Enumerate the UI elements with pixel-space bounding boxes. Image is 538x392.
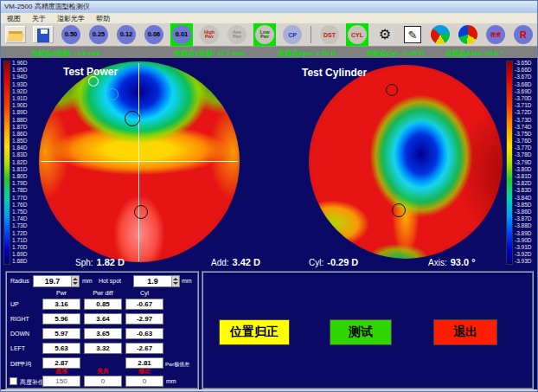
scale-label: -3.93D — [515, 259, 538, 265]
scale-label: 1.85D — [12, 138, 35, 145]
high-pwr-button[interactable]: HighPwr — [198, 23, 221, 46]
cylinder-heatmap[interactable] — [309, 65, 503, 259]
step-circle-icon: 0.25 — [89, 25, 108, 44]
comp-header-0: 基准 — [55, 367, 67, 376]
scale-label: -3.91D — [515, 245, 538, 251]
pwr-mode-circle-icon: HighPwr — [200, 25, 219, 44]
scale-label: -3.78D — [515, 152, 538, 158]
crosshair-horizontal — [41, 161, 238, 162]
test-button[interactable]: 测试 — [330, 319, 392, 345]
scale-label: -3.73D — [515, 118, 538, 124]
comp-unit: mm — [166, 378, 176, 384]
radius-input[interactable]: 19.7 — [33, 275, 80, 287]
scale-label: 1.68D — [12, 259, 35, 265]
scale-label: -3.77D — [515, 145, 538, 151]
table-cell: 5.63 — [42, 343, 80, 354]
comp-header-2: 修正 — [138, 367, 151, 376]
mode-circle-icon: CYL — [348, 25, 367, 44]
title-bar[interactable]: VM-2500 高精度面型检测仪 — [1, 1, 537, 13]
scale-label: 1.91D — [12, 96, 35, 102]
exit-button[interactable]: 退出 — [433, 319, 497, 345]
scale-label: -3.84D — [515, 196, 538, 202]
settings-button[interactable]: ⚙ — [374, 23, 396, 46]
step-0.25-button[interactable]: 0.25 — [87, 23, 110, 46]
table-cell: 3.65 — [84, 328, 122, 339]
measure-panel: Radius 19.7 mm Hot spot 1.9 mm PwrPwr di… — [5, 271, 199, 389]
table-cell: -2.97 — [125, 313, 163, 325]
align-button[interactable]: 位置归正 — [219, 319, 290, 345]
scale-label: -3.72D — [515, 110, 538, 116]
cyl-button[interactable]: CYL — [346, 23, 368, 46]
scale-label: 1.80D — [12, 174, 35, 180]
power-heatmap[interactable] — [39, 61, 240, 262]
table-cell: -2.67 — [125, 343, 163, 354]
scale-label: 1.74D — [12, 216, 35, 222]
comp-input-2[interactable]: 0 — [125, 376, 163, 387]
cylinder-map-button[interactable] — [457, 23, 479, 46]
open-button[interactable] — [4, 23, 27, 46]
step-0.01-button[interactable]: 0.01 — [170, 23, 193, 46]
power-marker-circle-blue — [106, 88, 118, 100]
menu-item-1[interactable]: 视图 — [7, 14, 21, 23]
sph-value: 1.82 D — [97, 257, 125, 267]
scale-label: -3.69D — [515, 89, 538, 95]
low-pwr-button[interactable]: LowPwr — [253, 23, 276, 46]
sph-readout: Sph:1.82 D — [75, 254, 125, 269]
scale-label: 1.93D — [12, 82, 35, 88]
table-cell: -0.63 — [125, 328, 163, 339]
dst-button[interactable]: DST — [318, 23, 341, 46]
scale-label: 1.86D — [12, 132, 35, 138]
cp-button[interactable]: CP — [281, 23, 304, 46]
edit-button[interactable]: ✎ — [401, 23, 424, 46]
hotspot-input[interactable]: 1.9 — [133, 275, 180, 287]
cyl-value: -0.29 D — [327, 257, 358, 267]
scale-label: 1.76D — [12, 202, 35, 209]
current-cyl: 当前点Cyl: -0.49 D — [366, 48, 425, 58]
scale-label: 1.82D — [12, 160, 35, 166]
row-label-0: UP — [10, 301, 19, 307]
menu-item-3[interactable]: 溢影光学 — [57, 14, 85, 23]
comp-input-0[interactable]: 150 — [42, 376, 80, 387]
axis-readout: Axis:93.0 ° — [428, 254, 476, 269]
scale-label: 1.78D — [12, 188, 35, 194]
comp-input-1[interactable]: 0 — [84, 376, 122, 387]
hotspot-spinner-arrows[interactable] — [171, 276, 179, 286]
scale-label: 1.90D — [12, 103, 35, 109]
save-button[interactable] — [32, 23, 54, 46]
axis-value: 93.0 ° — [451, 257, 476, 267]
cylinder-marker-circle-far — [392, 203, 406, 217]
power-color-scale-labels: 1.96D1.95D1.94D1.93D1.92D1.91D1.90D1.89D… — [12, 61, 35, 265]
scale-label: 1.92D — [12, 89, 35, 95]
step-0.50-button[interactable]: 0.50 — [60, 23, 82, 46]
scale-label: -3.68D — [515, 82, 538, 88]
scale-label: -3.79D — [515, 160, 538, 166]
height-comp-checkbox[interactable] — [10, 377, 17, 385]
radius-spinner-arrows[interactable] — [71, 276, 79, 286]
action-panel: 位置归正 测试 退出 — [202, 271, 534, 389]
save-icon — [33, 26, 54, 43]
power-map-button[interactable] — [429, 23, 452, 46]
height-comp-label: 高度补偿 — [20, 378, 44, 387]
cylinder-color-scale-labels: -3.65D-3.66D-3.67D-3.68D-3.69D-3.70D-3.7… — [515, 61, 538, 265]
power-color-scale-bar — [3, 61, 10, 265]
menu-bar: 视图关于溢影光学帮助 — [1, 13, 537, 23]
mode-circle-icon: DST — [320, 25, 339, 44]
scale-label: 1.71D — [12, 238, 35, 244]
scale-label: -3.75D — [515, 132, 538, 138]
table-cell: 3.32 — [84, 343, 122, 354]
menu-item-4[interactable]: 帮助 — [96, 14, 110, 23]
ave-pwr-button[interactable]: AvePwr — [226, 23, 248, 46]
reset-button[interactable]: R — [512, 23, 535, 46]
menu-item-2[interactable]: 关于 — [32, 14, 46, 23]
scale-label: -3.88D — [515, 223, 538, 229]
power-marker-circle-near — [125, 111, 140, 126]
calibrate-button[interactable]: 校准 — [484, 23, 507, 46]
scale-label: -3.81D — [515, 174, 538, 180]
step-0.06-button[interactable]: 0.06 — [143, 23, 165, 46]
current-y: 当前点Y坐标: 11.7 mm — [174, 48, 245, 58]
step-0.12-button[interactable]: 0.12 — [115, 23, 138, 46]
add-readout: Add:3.42 D — [211, 254, 260, 269]
hotspot-value: 1.9 — [134, 277, 171, 286]
step-circle-icon: 0.50 — [61, 25, 80, 44]
row-label-3: LEFT — [10, 345, 25, 351]
